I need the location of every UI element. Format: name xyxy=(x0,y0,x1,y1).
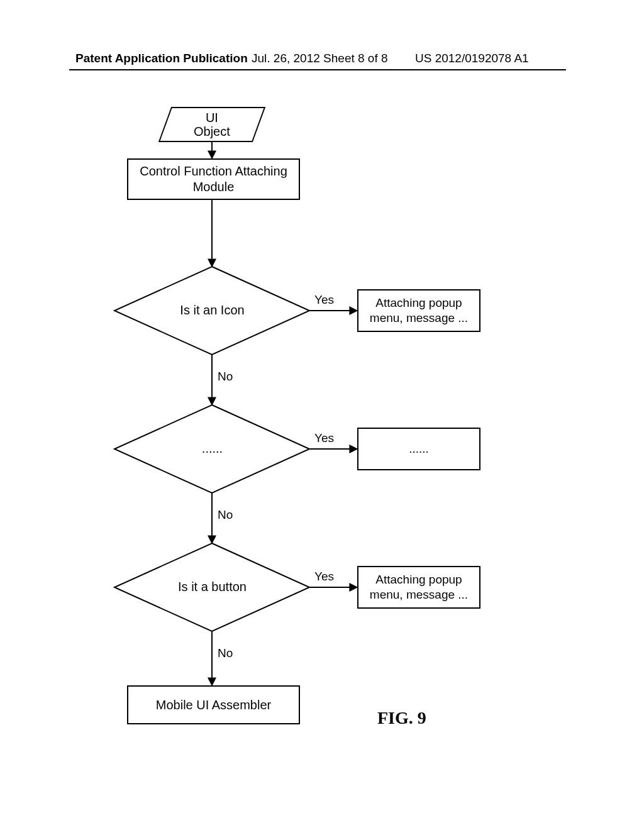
page-header: Patent Application Publication Jul. 26, … xyxy=(0,52,644,69)
decision-3-action-label: Attaching popupmenu, message ... xyxy=(370,572,468,602)
header-publication: Patent Application Publication xyxy=(75,52,248,65)
figure-label: FIG. 9 xyxy=(377,708,426,728)
decision-2-question: ...... xyxy=(164,441,261,456)
decision-2-no-label: No xyxy=(218,508,233,522)
decision-1-action-label: Attaching popupmenu, message ... xyxy=(370,296,468,326)
header-date-sheet: Jul. 26, 2012 Sheet 8 of 8 xyxy=(252,52,388,65)
decision-2-action-label: ...... xyxy=(409,441,429,456)
decision-2-action-box: ...... xyxy=(357,428,480,470)
header-docnumber: US 2012/0192078 A1 xyxy=(415,52,529,65)
decision-2-yes-label: Yes xyxy=(314,431,334,445)
flow-end-label: Mobile UI Assembler xyxy=(156,697,271,713)
decision-3-question: Is it a button xyxy=(164,580,261,594)
flow-end-box: Mobile UI Assembler xyxy=(127,685,300,724)
decision-1-yes-label: Yes xyxy=(314,293,334,307)
header-rule xyxy=(69,69,566,70)
decision-3-yes-label: Yes xyxy=(314,570,334,584)
flow-connectors xyxy=(101,96,491,756)
decision-1-no-label: No xyxy=(218,370,233,384)
decision-3-action-box: Attaching popupmenu, message ... xyxy=(357,566,480,609)
decision-3-no-label: No xyxy=(218,646,233,660)
decision-1-action-box: Attaching popupmenu, message ... xyxy=(357,289,480,332)
decision-1-question: Is it an Icon xyxy=(164,303,261,318)
figure-frame: UIObject Control Function AttachingModul… xyxy=(101,96,491,750)
